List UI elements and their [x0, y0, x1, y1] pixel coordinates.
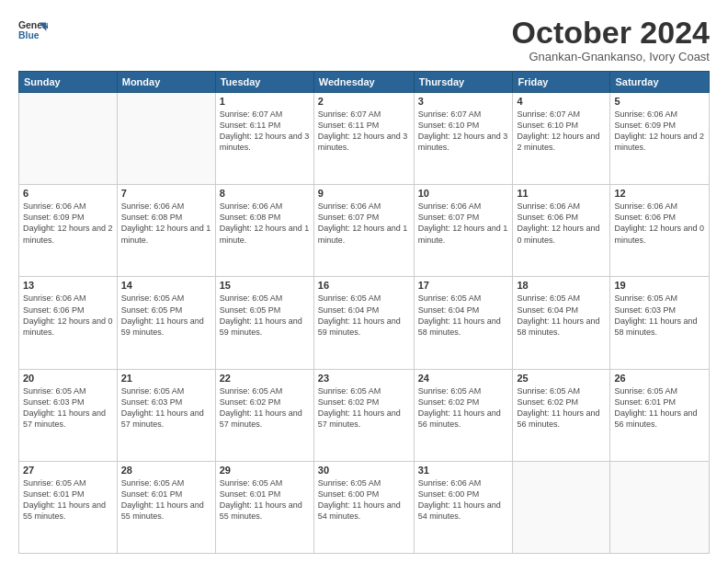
calendar-cell: 27Sunrise: 6:05 AM Sunset: 6:01 PM Dayli… [19, 461, 118, 553]
day-number: 31 [418, 465, 509, 476]
logo: General Blue [18, 17, 48, 46]
calendar-cell [19, 93, 118, 185]
calendar-cell: 23Sunrise: 6:05 AM Sunset: 6:02 PM Dayli… [313, 369, 414, 461]
calendar-cell: 28Sunrise: 6:05 AM Sunset: 6:01 PM Dayli… [117, 461, 215, 553]
title-block: October 2024 Gnankan-Gnankanso, Ivory Co… [512, 17, 710, 63]
day-info: Sunrise: 6:05 AM Sunset: 6:00 PM Dayligh… [318, 477, 410, 523]
calendar-cell: 19Sunrise: 6:05 AM Sunset: 6:03 PM Dayli… [610, 277, 710, 369]
calendar-cell: 31Sunrise: 6:06 AM Sunset: 6:00 PM Dayli… [414, 461, 513, 553]
day-number: 16 [318, 280, 410, 291]
weekday-header: Monday [117, 72, 215, 93]
day-info: Sunrise: 6:05 AM Sunset: 6:03 PM Dayligh… [614, 293, 705, 338]
day-info: Sunrise: 6:07 AM Sunset: 6:10 PM Dayligh… [517, 109, 606, 154]
month-title: October 2024 [512, 17, 710, 48]
logo-icon: General Blue [18, 17, 48, 46]
day-info: Sunrise: 6:05 AM Sunset: 6:01 PM Dayligh… [23, 477, 113, 523]
day-number: 29 [220, 465, 310, 476]
day-info: Sunrise: 6:05 AM Sunset: 6:02 PM Dayligh… [220, 385, 310, 431]
subtitle: Gnankan-Gnankanso, Ivory Coast [512, 50, 710, 63]
day-number: 13 [23, 280, 113, 291]
day-number: 21 [121, 373, 211, 384]
calendar-week-row: 6Sunrise: 6:06 AM Sunset: 6:09 PM Daylig… [19, 185, 710, 277]
day-info: Sunrise: 6:06 AM Sunset: 6:07 PM Dayligh… [318, 201, 410, 246]
day-number: 3 [418, 96, 509, 107]
day-info: Sunrise: 6:07 AM Sunset: 6:11 PM Dayligh… [220, 109, 310, 154]
calendar-cell: 21Sunrise: 6:05 AM Sunset: 6:03 PM Dayli… [117, 369, 215, 461]
weekday-header: Friday [513, 72, 610, 93]
day-number: 30 [318, 465, 410, 476]
day-number: 11 [517, 188, 606, 199]
calendar-week-row: 1Sunrise: 6:07 AM Sunset: 6:11 PM Daylig… [19, 93, 710, 185]
day-info: Sunrise: 6:05 AM Sunset: 6:02 PM Dayligh… [517, 385, 606, 431]
calendar-cell: 4Sunrise: 6:07 AM Sunset: 6:10 PM Daylig… [513, 93, 610, 185]
day-info: Sunrise: 6:05 AM Sunset: 6:04 PM Dayligh… [418, 293, 509, 338]
day-info: Sunrise: 6:05 AM Sunset: 6:02 PM Dayligh… [418, 385, 509, 431]
svg-text:Blue: Blue [18, 30, 40, 40]
calendar-cell [117, 93, 215, 185]
day-number: 2 [318, 96, 410, 107]
calendar-cell: 16Sunrise: 6:05 AM Sunset: 6:04 PM Dayli… [313, 277, 414, 369]
day-number: 24 [418, 373, 509, 384]
day-info: Sunrise: 6:05 AM Sunset: 6:01 PM Dayligh… [614, 385, 705, 431]
calendar-cell: 6Sunrise: 6:06 AM Sunset: 6:09 PM Daylig… [19, 185, 118, 277]
calendar-cell: 7Sunrise: 6:06 AM Sunset: 6:08 PM Daylig… [117, 185, 215, 277]
day-number: 10 [418, 188, 509, 199]
day-number: 4 [517, 96, 606, 107]
day-number: 27 [23, 465, 113, 476]
calendar-cell: 10Sunrise: 6:06 AM Sunset: 6:07 PM Dayli… [414, 185, 513, 277]
day-number: 7 [121, 188, 211, 199]
day-info: Sunrise: 6:06 AM Sunset: 6:00 PM Dayligh… [418, 477, 509, 523]
day-number: 6 [23, 188, 113, 199]
day-number: 22 [220, 373, 310, 384]
day-number: 28 [121, 465, 211, 476]
calendar-cell: 29Sunrise: 6:05 AM Sunset: 6:01 PM Dayli… [215, 461, 313, 553]
calendar-cell [513, 461, 610, 553]
day-number: 17 [418, 280, 509, 291]
day-info: Sunrise: 6:05 AM Sunset: 6:02 PM Dayligh… [318, 385, 410, 431]
day-number: 14 [121, 280, 211, 291]
day-info: Sunrise: 6:05 AM Sunset: 6:03 PM Dayligh… [23, 385, 113, 431]
day-info: Sunrise: 6:05 AM Sunset: 6:01 PM Dayligh… [121, 477, 211, 523]
calendar-table: SundayMondayTuesdayWednesdayThursdayFrid… [18, 71, 710, 554]
calendar-cell: 15Sunrise: 6:05 AM Sunset: 6:05 PM Dayli… [215, 277, 313, 369]
day-info: Sunrise: 6:06 AM Sunset: 6:08 PM Dayligh… [220, 201, 310, 246]
day-info: Sunrise: 6:05 AM Sunset: 6:05 PM Dayligh… [121, 293, 211, 338]
day-info: Sunrise: 6:05 AM Sunset: 6:04 PM Dayligh… [517, 293, 606, 338]
calendar-cell: 2Sunrise: 6:07 AM Sunset: 6:11 PM Daylig… [313, 93, 414, 185]
day-info: Sunrise: 6:05 AM Sunset: 6:05 PM Dayligh… [220, 293, 310, 338]
calendar-cell: 24Sunrise: 6:05 AM Sunset: 6:02 PM Dayli… [414, 369, 513, 461]
weekday-header: Tuesday [215, 72, 313, 93]
calendar-week-row: 20Sunrise: 6:05 AM Sunset: 6:03 PM Dayli… [19, 369, 710, 461]
calendar-cell: 3Sunrise: 6:07 AM Sunset: 6:10 PM Daylig… [414, 93, 513, 185]
day-number: 12 [614, 188, 705, 199]
calendar-cell: 20Sunrise: 6:05 AM Sunset: 6:03 PM Dayli… [19, 369, 118, 461]
calendar-cell: 22Sunrise: 6:05 AM Sunset: 6:02 PM Dayli… [215, 369, 313, 461]
page: General Blue October 2024 Gnankan-Gnanka… [0, 0, 728, 563]
calendar-week-row: 13Sunrise: 6:06 AM Sunset: 6:06 PM Dayli… [19, 277, 710, 369]
calendar-cell [610, 461, 710, 553]
calendar-cell: 26Sunrise: 6:05 AM Sunset: 6:01 PM Dayli… [610, 369, 710, 461]
calendar-week-row: 27Sunrise: 6:05 AM Sunset: 6:01 PM Dayli… [19, 461, 710, 553]
calendar-cell: 1Sunrise: 6:07 AM Sunset: 6:11 PM Daylig… [215, 93, 313, 185]
day-number: 9 [318, 188, 410, 199]
day-number: 20 [23, 373, 113, 384]
weekday-header: Wednesday [313, 72, 414, 93]
day-info: Sunrise: 6:06 AM Sunset: 6:09 PM Dayligh… [23, 201, 113, 246]
day-info: Sunrise: 6:06 AM Sunset: 6:06 PM Dayligh… [517, 201, 606, 246]
day-number: 8 [220, 188, 310, 199]
day-number: 23 [318, 373, 410, 384]
day-info: Sunrise: 6:05 AM Sunset: 6:01 PM Dayligh… [220, 477, 310, 523]
calendar-cell: 5Sunrise: 6:06 AM Sunset: 6:09 PM Daylig… [610, 93, 710, 185]
calendar-cell: 13Sunrise: 6:06 AM Sunset: 6:06 PM Dayli… [19, 277, 118, 369]
calendar-cell: 18Sunrise: 6:05 AM Sunset: 6:04 PM Dayli… [513, 277, 610, 369]
day-info: Sunrise: 6:07 AM Sunset: 6:10 PM Dayligh… [418, 109, 509, 154]
day-number: 25 [517, 373, 606, 384]
calendar-cell: 8Sunrise: 6:06 AM Sunset: 6:08 PM Daylig… [215, 185, 313, 277]
day-number: 1 [220, 96, 310, 107]
day-info: Sunrise: 6:07 AM Sunset: 6:11 PM Dayligh… [318, 109, 410, 154]
day-number: 18 [517, 280, 606, 291]
day-info: Sunrise: 6:05 AM Sunset: 6:04 PM Dayligh… [318, 293, 410, 338]
calendar-cell: 11Sunrise: 6:06 AM Sunset: 6:06 PM Dayli… [513, 185, 610, 277]
calendar-cell: 12Sunrise: 6:06 AM Sunset: 6:06 PM Dayli… [610, 185, 710, 277]
calendar-cell: 30Sunrise: 6:05 AM Sunset: 6:00 PM Dayli… [313, 461, 414, 553]
